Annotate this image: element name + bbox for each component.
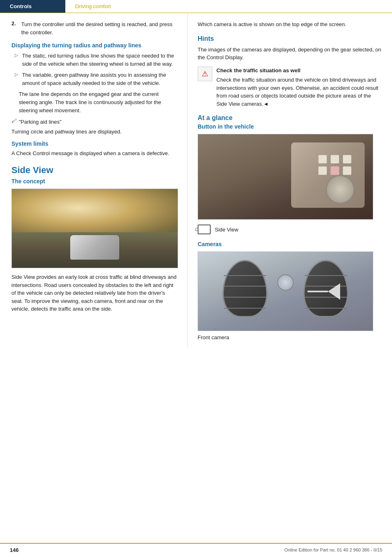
front-camera-image [198,251,373,331]
warning-box: ⚠ Check the traffic situation as well Ch… [198,67,382,108]
hints-text: The images of the cameras are displayed,… [198,46,382,62]
main-content: 2. Turn the controller until the desired… [0,13,392,348]
which-camera-text: Which camera is active is shown on the t… [198,20,382,29]
driving-comfort-label: Driving comfort [75,3,111,9]
side-view-big-title: Side View [11,165,178,176]
note-line: 🖊 "Parking aid lines" [11,118,178,126]
controls-label: Controls [10,3,31,9]
side-view-icon-row: Side View [198,225,382,234]
turning-circle-line: Turning circle and pathway lines are dis… [11,129,178,135]
button-in-vehicle-title: Button in the vehicle [198,123,382,130]
side-view-image-inner [12,189,178,268]
edition-text: Online Edition for Part no. 01 40 2 960 … [284,547,382,552]
warning-body-text: Check the traffic situation around the v… [216,77,379,107]
system-limits-title: System limits [11,140,178,147]
bullet-arrow-2: ▷ [15,72,19,87]
page-footer: 146 Online Edition for Part no. 01 40 2 … [0,543,392,556]
step-2-text: Turn the controller until the desired se… [21,20,178,36]
front-camera-caption: Front camera [198,334,382,340]
dash-btn-2 [330,155,339,164]
right-column: Which camera is active is shown on the t… [188,13,392,348]
side-view-icon-label: Side View [215,227,238,233]
indented-paragraph: The lane line depends on the engaged gea… [19,90,178,115]
slat-4 [224,308,266,309]
bullet-text-1: The static, red turning radius line show… [22,52,178,68]
dash-btn-1 [318,155,327,164]
step-2-number: 2. [11,20,21,36]
grille-slats-right [305,261,347,316]
at-a-glance-title: At a glance [198,114,382,122]
hints-title: Hints [198,35,382,42]
dash-btn-5-pink [330,166,339,175]
note-text: "Parking aid lines" [19,118,62,126]
slat-r1 [305,275,347,276]
bullet-text-2: The variable, green pathway line assists… [22,71,178,87]
dash-btn-3 [343,155,352,164]
side-view-caption: Side View provides an early look at cros… [11,273,178,313]
grille-right-kidney [303,260,348,317]
bullet-item-1: ▷ The static, red turning radius line sh… [11,52,178,68]
vehicle-interior-image [198,134,373,220]
bullet-item-2: ▷ The variable, green pathway line assis… [11,71,178,87]
note-icon: 🖊 [11,118,16,124]
side-view-image [11,189,178,268]
grille-slats-left [224,261,266,316]
concept-title: The concept [11,178,178,185]
warning-text-content: Check the traffic situation as well Chec… [216,67,382,108]
dash-btn-4 [318,166,327,175]
camera-arrow-indicator [328,283,340,300]
grille-left-kidney [223,260,267,317]
slat-1 [224,275,266,276]
slat-r4 [305,308,347,309]
slat-r2 [305,286,347,287]
camera-image-content [198,252,373,331]
cameras-title: Cameras [198,241,382,247]
displaying-section-title: Displaying the turning radius and pathwa… [11,42,178,49]
dashboard-panel [291,142,365,208]
slat-2 [224,286,266,287]
warning-title-line: Check the traffic situation as well [216,67,382,75]
warning-triangle-icon: ⚠ [202,69,208,78]
dashboard-buttons [318,155,352,175]
camera-arrow-stem [307,291,328,292]
left-column: 2. Turn the controller until the desired… [0,13,188,348]
slat-3 [224,297,266,298]
warning-icon: ⚠ [198,67,212,81]
slat-r3 [305,297,347,298]
image-center-object [70,235,119,260]
header-driving-comfort-tab[interactable]: Driving comfort [65,0,120,13]
dash-btn-6 [343,166,352,175]
system-limits-text: A Check Control message is displayed whe… [11,149,178,158]
page-header: Controls Driving comfort [0,0,392,13]
header-controls-tab[interactable]: Controls [0,0,65,13]
vehicle-image-content [198,134,373,219]
bmw-roundel-badge [277,274,294,291]
side-view-button-icon [198,225,211,234]
image-top-gradient [12,189,178,236]
page-number: 146 [10,547,19,553]
dashboard-rotary-knob [326,175,354,204]
bullet-arrow-1: ▷ [15,53,19,68]
step-2: 2. Turn the controller until the desired… [11,20,178,36]
